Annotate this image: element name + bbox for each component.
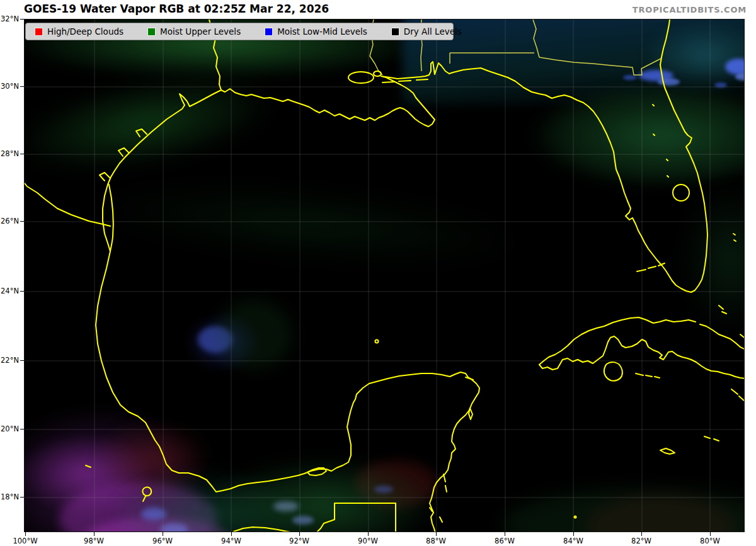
lon-tick-label: 92°W [280,537,318,545]
border-chattahoochee [533,20,539,57]
lake-maurepas [374,71,381,76]
swan-island [575,516,576,518]
alacranes-reef [375,340,379,343]
legend: High/Deep CloudsMoist Upper LevelsMoist … [25,23,454,40]
border-al-fl [450,53,534,64]
legend-label: High/Deep Clouds [47,26,123,37]
florida-lakes [653,105,668,177]
lat-tick-mark [20,154,24,155]
barrier-islands-ms [382,79,428,82]
corpus-christi-bay [100,173,110,181]
lon-tick-mark [299,532,301,536]
graticule [25,20,745,532]
coastlines [25,20,745,532]
lon-tick-label: 90°W [349,537,387,545]
yucatan-borders [318,503,396,532]
laguna-catemaco [142,487,151,501]
lon-tick-mark [505,532,506,536]
lat-tick-mark [20,86,24,88]
matagorda-bay [136,129,147,137]
lat-tick-mark [20,497,24,498]
legend-item-3: Dry All Levels [391,26,462,37]
legend-swatch-icon [147,28,156,36]
lon-tick-label: 82°W [622,537,660,545]
lon-tick-mark [25,532,26,536]
satellite-map [24,19,745,532]
lat-tick-mark [20,360,24,361]
lon-tick-label: 94°W [212,537,250,545]
legend-swatch-icon [391,28,399,36]
lon-tick-mark [163,532,164,536]
lat-tick-label: 24°N [0,287,19,295]
lat-tick-label: 28°N [0,149,19,158]
lon-tick-label: 96°W [144,537,181,545]
padre-island [109,185,113,251]
lon-tick-mark [641,532,643,536]
cuba-cays [636,373,660,378]
border-fl-ga [539,57,661,75]
lon-tick-label: 86°W [486,537,524,545]
lat-tick-label: 20°N [0,424,19,433]
belize-cays [430,377,473,522]
legend-swatch-icon [265,28,273,36]
legend-label: Dry All Levels [404,26,462,37]
satellite-page: GOES-19 Water Vapor RGB at 02:25Z Mar 22… [0,0,756,546]
lake-pontchartrain [348,72,374,83]
lon-tick-label: 100°W [6,537,44,545]
pacific-coast [234,527,302,532]
laguna-tamiahua [86,465,91,467]
coastline-overlay [25,20,745,532]
lat-tick-mark [20,429,24,430]
watermark-text: TROPICALTIDBITS.COM [633,5,747,14]
rio-grande [25,177,110,226]
coast-louisiana-florida [221,20,707,292]
lat-tick-mark [20,291,24,292]
lat-tick-label: 22°N [0,356,19,365]
lat-tick-mark [20,19,24,20]
lon-tick-mark [368,532,369,536]
legend-swatch-icon [35,28,43,36]
isle-of-youth [604,362,622,381]
lat-tick-mark [20,221,24,222]
lon-tick-label: 84°W [554,537,592,545]
lon-tick-label: 88°W [417,537,455,545]
legend-item-2: Moist Low-Mid Levels [265,26,367,37]
lat-tick-label: 26°N [0,217,19,225]
page-title: GOES-19 Water Vapor RGB at 02:25Z Mar 22… [24,3,329,15]
lon-tick-label: 80°W [691,537,729,545]
lake-okeechobee [673,185,689,201]
legend-label: Moist Upper Levels [160,26,241,37]
cozumel-island [469,408,472,419]
lon-tick-mark [231,532,232,536]
bahamas-cays [719,305,745,401]
lat-tick-label: 18°N [0,492,19,501]
legend-label: Moist Low-Mid Levels [277,26,367,37]
lon-tick-mark [94,532,95,536]
lon-tick-mark [710,532,711,536]
coast-texas-mexico-yucatan [96,20,479,532]
lat-tick-label: 32°N [0,14,19,23]
legend-item-1: Moist Upper Levels [147,26,241,37]
lat-tick-label: 30°N [0,82,19,91]
legend-item-0: High/Deep Clouds [35,26,123,37]
lon-tick-mark [573,532,575,536]
lon-tick-mark [436,532,437,536]
lon-tick-label: 98°W [75,537,113,545]
